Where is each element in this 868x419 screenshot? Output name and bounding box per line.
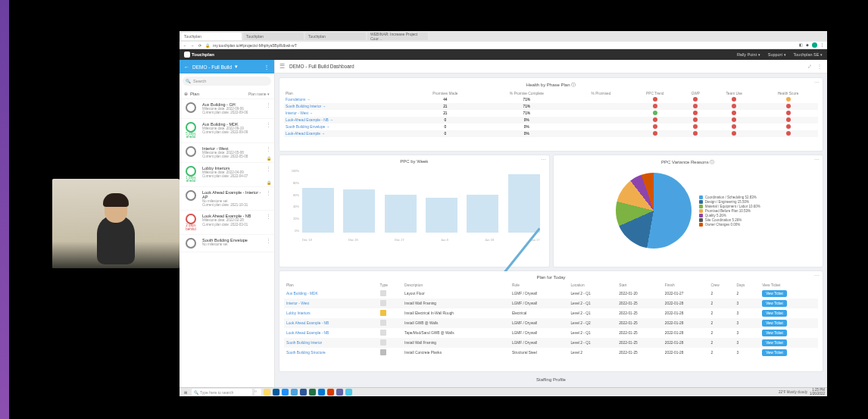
plan-link[interactable]: Lobby Interiors — [284, 308, 378, 318]
plan-item[interactable]: 1 days ahead Lobby Interiors Milestone d… — [180, 163, 274, 187]
search-icon: 🔍 — [194, 390, 198, 395]
card-menu-icon[interactable]: ⋯ — [814, 157, 820, 163]
search-icon: 🔍 — [186, 79, 191, 83]
weather-widget[interactable]: 22°F Mostly cloudy — [779, 390, 807, 394]
type-chip — [380, 339, 386, 346]
reload-icon[interactable]: ⟳ — [198, 43, 202, 48]
app-icon[interactable] — [264, 389, 270, 396]
app-icon[interactable] — [300, 389, 307, 396]
more-icon[interactable]: ⋮ — [816, 63, 823, 70]
plan-item[interactable]: Aux Building - GH Milestone date: 2022-0… — [180, 99, 274, 119]
profile-avatar[interactable] — [812, 42, 817, 48]
card-menu-icon[interactable]: ⋯ — [541, 157, 546, 163]
card-title: Health by Phase Plan ⓘ — [284, 82, 818, 89]
browser-tab[interactable]: WEBINAR: Increase Project Coor… — [367, 33, 428, 40]
main-area: ☰ DEMO - Full Build Dashboard ⤢ ⋮ ⋯ Heal… — [275, 60, 827, 396]
browser-tab[interactable]: Touchplan — [243, 33, 304, 40]
plan-link[interactable]: Foundations → — [284, 96, 410, 103]
expand-icon[interactable]: ⤢ — [807, 64, 812, 70]
card-ppc-week: ⋯ PPC by Week 100%80%60%40%20%0% Dec 13D… — [279, 155, 549, 267]
app-icon[interactable] — [291, 389, 298, 396]
browser-tab[interactable]: Touchplan — [181, 33, 242, 40]
app-icon[interactable] — [327, 389, 334, 396]
more-icon[interactable]: ⋮ — [266, 238, 271, 249]
view-ticket-button[interactable]: View Ticket — [762, 339, 787, 346]
menu-icon[interactable]: ⋮ — [820, 42, 824, 47]
hamburger-icon[interactable]: ☰ — [279, 63, 285, 70]
info-icon[interactable]: ⓘ — [571, 83, 576, 87]
sidebar-search[interactable]: 🔍 Search — [183, 77, 271, 86]
app-icon[interactable] — [336, 389, 343, 396]
card-menu-icon[interactable]: ⋯ — [814, 80, 820, 86]
clock[interactable]: 1:25 PM 1/26/2022 — [810, 389, 825, 396]
plan-link[interactable]: South Building Structure — [284, 348, 378, 358]
back-arrow-icon[interactable]: ← — [184, 64, 189, 70]
app-icon[interactable] — [309, 389, 316, 396]
app-icon[interactable] — [282, 389, 289, 396]
plan-link[interactable]: Look Ahead Example - NB — [284, 328, 378, 338]
view-ticket-button[interactable]: View Ticket — [762, 300, 787, 307]
plan-current: Current plan date: 2022-09-09 — [202, 130, 263, 134]
today-row: Lobby Interiors Install Electrical In-Wa… — [284, 308, 818, 318]
plan-item[interactable]: 5 days ahead Aux Building - MDK Mileston… — [180, 119, 274, 143]
plan-link[interactable]: Interior - West → — [284, 110, 410, 117]
info-icon[interactable]: ⓘ — [710, 160, 714, 164]
more-icon[interactable]: ⋮ — [266, 214, 271, 231]
view-ticket-button[interactable]: View Ticket — [762, 310, 787, 317]
view-ticket-button[interactable]: View Ticket — [762, 349, 787, 356]
plan-link[interactable]: Look Ahead Example - NB — [284, 318, 378, 328]
col-header: Finish — [663, 282, 709, 289]
today-row: Look Ahead Example - NB Tape/Mud/Sand GW… — [284, 328, 818, 338]
extension-icon[interactable]: ◧ — [798, 42, 803, 47]
back-icon[interactable]: ← — [183, 43, 187, 48]
app-icon[interactable] — [273, 389, 279, 396]
view-ticket-button[interactable]: View Ticket — [762, 330, 787, 336]
status-dot — [786, 131, 791, 136]
extension-icon[interactable]: ◆ — [805, 42, 810, 47]
menu-rally-point[interactable]: Rally Point ▾ — [737, 52, 760, 57]
more-icon[interactable]: ⋮ — [264, 64, 270, 70]
menu-support[interactable]: Support ▾ — [768, 52, 786, 57]
today-row: Interior - West Install Wall FramingLGMF… — [284, 299, 818, 308]
plan-item[interactable]: South Building Envelope No milestone set… — [180, 235, 274, 252]
status-ring-icon — [186, 214, 196, 224]
plan-item[interactable]: Interior - West Milestone date: 2022-05-… — [180, 143, 274, 163]
plan-link[interactable]: Interior - West — [284, 299, 378, 308]
start-button[interactable]: ⊞ — [182, 389, 189, 396]
status-ring-icon — [186, 122, 196, 133]
dashboard-title: DEMO - Full Build Dashboard — [289, 64, 354, 69]
plan-link[interactable]: South Building Envelope → — [284, 124, 410, 130]
more-icon[interactable]: ⋮ — [266, 122, 271, 139]
variance-pie — [616, 173, 692, 249]
browser-tab[interactable]: Touchplan — [305, 33, 366, 40]
col-header: Role — [510, 282, 568, 289]
app-logo[interactable]: Touchplan — [184, 52, 214, 58]
plan-item[interactable]: Look Ahead Example - Interior - AP No mi… — [180, 187, 274, 211]
plan-item[interactable]: 2 days behind Look Ahead Example - NB Mi… — [180, 211, 274, 235]
forward-icon[interactable]: → — [190, 43, 195, 48]
plan-link[interactable]: Look-Ahead Example - NB → — [284, 117, 410, 124]
search-placeholder: Search — [193, 79, 206, 83]
today-row: South Building Interior Install Wall Fra… — [284, 338, 818, 348]
chevron-down-icon[interactable]: ▾ — [235, 64, 238, 70]
app-icon[interactable]: ○ — [254, 389, 261, 396]
app-icon[interactable] — [318, 389, 325, 396]
plan-link[interactable]: South Building Interior — [284, 338, 378, 348]
plan-link[interactable]: Look-Ahead Example → — [284, 130, 410, 137]
app-icon[interactable] — [345, 389, 352, 396]
plan-link[interactable]: South Building Interior → — [284, 103, 410, 110]
legend-item: Site Coordination 5.26% — [699, 218, 760, 222]
sort-dropdown[interactable]: Plan name ▾ — [248, 92, 270, 96]
more-icon[interactable]: ⋮ — [266, 102, 271, 115]
url-text[interactable]: my.touchplan.io/#/projects/-Mhphya5BpRdb… — [213, 43, 795, 48]
card-menu-icon[interactable]: ⋯ — [814, 273, 820, 279]
more-icon[interactable]: ⋮ — [266, 190, 271, 208]
taskbar-search[interactable]: 🔍 Type here to search — [192, 389, 252, 396]
legend-swatch — [699, 218, 703, 222]
view-ticket-button[interactable]: View Ticket — [762, 320, 787, 327]
plan-link[interactable]: Aux Building - MDK — [284, 289, 378, 299]
view-ticket-button[interactable]: View Ticket — [762, 290, 787, 297]
expand-icon[interactable]: ⊕ — [184, 91, 188, 96]
today-row: South Building Structure Install Concret… — [284, 348, 818, 358]
menu-user[interactable]: Touchplan SE ▾ — [794, 52, 823, 57]
